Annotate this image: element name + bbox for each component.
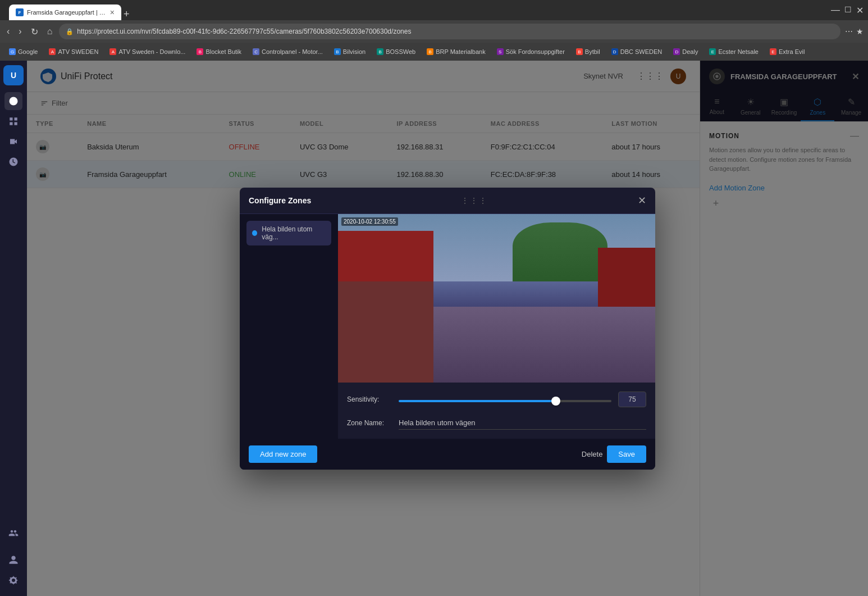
url-bar[interactable]: 🔒 https://protect.ui.com/nvr/5fcdab89-c0… [59, 24, 840, 39]
bookmark-bil[interactable]: B Bilvision [330, 47, 370, 57]
dealy-favicon: D [673, 48, 680, 55]
browser-navbar: ‹ › ↻ ⌂ 🔒 https://protect.ui.com/nvr/5fc… [0, 20, 868, 43]
add-new-zone-button[interactable]: Add new zone [249, 445, 317, 463]
sidebar-protect-icon[interactable] [4, 92, 22, 110]
sidebar-users-icon[interactable] [4, 524, 22, 542]
bookmark-button[interactable]: ★ [856, 27, 864, 36]
lock-icon: 🔒 [66, 28, 74, 35]
dbc-favicon: D [611, 48, 618, 55]
modal-main-area: 2020-10-02 12:30:55 Sensitivity: 75 [338, 214, 655, 439]
svg-rect-4 [15, 122, 17, 125]
zone-name-input[interactable] [399, 416, 646, 430]
sidebar-icon-bar: U [0, 61, 27, 596]
ecster-favicon: E [709, 48, 716, 55]
bookmark-boss[interactable]: B BOSSWeb [372, 47, 420, 57]
bookmark-atv1[interactable]: A ATV SWEDEN [44, 47, 103, 57]
zones-list-panel: Hela bilden utom väg... [240, 214, 338, 439]
modal-body: Hela bilden utom väg... 2020-10-02 12:3 [240, 214, 655, 439]
new-tab-button[interactable]: + [124, 8, 130, 20]
sensitivity-slider-container [399, 394, 611, 404]
bookmark-atv2[interactable]: A ATV Sweden - Downlo... [105, 47, 190, 57]
bookmark-blocket[interactable]: B Blocket Butik [192, 47, 246, 57]
bookmark-label: Blocket Butik [205, 48, 241, 55]
window-controls: — ☐ ✕ [831, 5, 864, 16]
minimize-button[interactable]: — [831, 5, 840, 16]
maximize-button[interactable]: ☐ [844, 5, 852, 16]
url-text: https://protect.ui.com/nvr/5fcdab89-c00f… [77, 28, 834, 35]
svg-point-0 [10, 97, 18, 106]
modal-header: Configure Zones ⋮⋮⋮ ✕ [240, 188, 655, 214]
bookmark-label: BOSSWeb [386, 48, 415, 55]
camera-timestamp: 2020-10-02 12:30:55 [341, 217, 398, 226]
tab-label: Framsida Garageuppfart | Sky... [27, 9, 107, 16]
bookmark-bytbil[interactable]: B Bytbil [572, 47, 605, 57]
sensitivity-value: 75 [618, 392, 646, 407]
bookmark-label: Bytbil [585, 48, 600, 55]
bookmark-label: Dealy [682, 48, 698, 55]
sidebar-video-icon[interactable] [4, 133, 22, 151]
browser-tab-active[interactable]: F Framsida Garageuppfart | Sky... × [9, 4, 121, 20]
camera-scene [338, 214, 655, 383]
svg-rect-1 [10, 117, 12, 120]
svg-rect-3 [10, 122, 12, 125]
bookmark-label: Bilvision [343, 48, 366, 55]
bil-favicon: B [334, 48, 341, 55]
drag-handle-icon: ⋮⋮⋮ [461, 196, 488, 205]
bookmark-google[interactable]: G Google [4, 47, 42, 57]
brp-favicon: B [427, 48, 433, 55]
back-button[interactable]: ‹ [4, 24, 12, 39]
sensitivity-number: 75 [628, 395, 636, 403]
configure-zones-modal: Configure Zones ⋮⋮⋮ ✕ Hela bilden utom v… [240, 188, 655, 470]
bookmark-dealy[interactable]: D Dealy [669, 47, 702, 57]
sidebar-user-icon[interactable] [4, 551, 22, 569]
extra-favicon: E [770, 48, 776, 55]
save-zone-button[interactable]: Save [607, 445, 646, 463]
sidebar-grid-icon[interactable] [4, 112, 22, 130]
bookmark-label: ATV Sweden - Downlo... [118, 48, 185, 55]
sidebar-clock-icon[interactable] [4, 153, 22, 171]
trees [513, 222, 608, 281]
bookmark-brp[interactable]: B BRP Materialbank [422, 47, 490, 57]
bookmark-control[interactable]: C Controlpanel - Motor... [248, 47, 327, 57]
bookmark-label: Ecster Netsale [718, 48, 759, 55]
delete-zone-button[interactable]: Delete [582, 450, 603, 458]
nav-extra-buttons: ⋯ ★ [845, 27, 864, 36]
tab-favicon: F [16, 8, 24, 16]
reload-button[interactable]: ↻ [29, 24, 40, 39]
sensitivity-slider[interactable] [399, 400, 611, 402]
bookmark-extra[interactable]: E Extra Evil [765, 47, 809, 57]
browser-titlebar: F Framsida Garageuppfart | Sky... × + — … [0, 0, 868, 20]
modal-overlay: Configure Zones ⋮⋮⋮ ✕ Hela bilden utom v… [27, 61, 868, 596]
sidebar-settings-icon[interactable] [4, 571, 22, 589]
modal-close-button[interactable]: ✕ [638, 194, 646, 207]
modal-action-buttons: Delete Save [582, 445, 646, 463]
bookmark-label: Extra Evil [779, 48, 805, 55]
boss-favicon: B [377, 48, 383, 55]
bookmark-label: ATV SWEDEN [58, 48, 98, 55]
zone-name-label: Hela bilden utom väg... [262, 225, 326, 241]
forward-button[interactable]: › [16, 24, 24, 39]
extensions-button[interactable]: ⋯ [845, 27, 853, 36]
home-button[interactable]: ⌂ [45, 24, 55, 39]
zone-name-row: Zone Name: [347, 416, 646, 430]
sensitivity-label: Sensitivity: [347, 395, 392, 403]
zone-item[interactable]: Hela bilden utom väg... [246, 221, 331, 245]
bytbil-favicon: B [576, 48, 583, 55]
bookmark-label: DBC SWEDEN [620, 48, 663, 55]
google-favicon: G [9, 48, 16, 55]
browser-chrome: F Framsida Garageuppfart | Sky... × + — … [0, 0, 868, 61]
bookmark-dbc[interactable]: D DBC SWEDEN [607, 47, 667, 57]
modal-controls: Sensitivity: 75 Zone Name: [338, 383, 655, 439]
svg-rect-2 [15, 117, 17, 120]
camera-feed: 2020-10-02 12:30:55 [338, 214, 655, 383]
app-logo[interactable]: U [3, 65, 24, 85]
modal-title: Configure Zones [249, 196, 311, 205]
bookmark-sok[interactable]: S Sök Fordonsuppgifter [492, 47, 569, 57]
bookmark-label: Google [18, 48, 38, 55]
wall-left [338, 281, 433, 383]
zone-name-field-label: Zone Name: [347, 419, 392, 427]
tab-close-button[interactable]: × [110, 8, 115, 17]
control-favicon: C [253, 48, 259, 55]
close-window-button[interactable]: ✕ [856, 5, 864, 16]
bookmark-ecster[interactable]: E Ecster Netsale [705, 47, 763, 57]
